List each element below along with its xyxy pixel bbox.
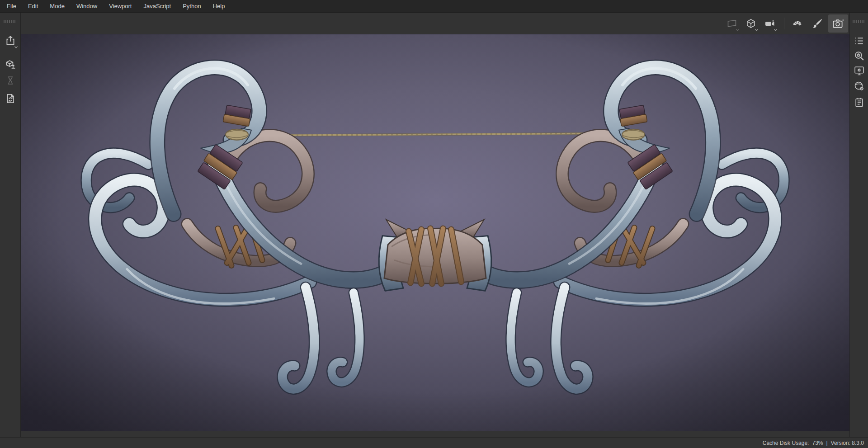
- cache-usage-label: Cache Disk Usage:: [763, 440, 809, 446]
- list-icon: [854, 35, 865, 47]
- menu-edit[interactable]: Edit: [22, 0, 44, 12]
- chevron-down-icon: [14, 46, 18, 49]
- menu-python[interactable]: Python: [177, 0, 207, 12]
- viewport-vignette: [21, 34, 849, 431]
- menu-mode[interactable]: Mode: [44, 0, 71, 12]
- cube-icon: [745, 18, 756, 29]
- chevron-down-icon: [755, 28, 759, 32]
- status-separator: |: [826, 440, 827, 446]
- menu-bar: File Edit Mode Window Viewport JavaScrip…: [0, 0, 868, 13]
- viewer-settings-button[interactable]: [851, 47, 867, 64]
- toolbar-separator: [784, 18, 784, 29]
- menu-file[interactable]: File: [1, 0, 22, 12]
- export-textures-button[interactable]: [2, 33, 19, 49]
- magnifier-gear-icon: [854, 50, 865, 61]
- monitor-gear-icon: [854, 65, 865, 76]
- painting-mode-button[interactable]: [809, 15, 826, 32]
- notepad-log-icon: [854, 97, 865, 108]
- asset-box-person-icon: [5, 58, 16, 70]
- viewport-scene: [21, 34, 849, 431]
- menu-help[interactable]: Help: [207, 0, 231, 12]
- viewport-3d[interactable]: [21, 34, 849, 431]
- chevron-down-icon: [774, 28, 778, 32]
- document-refresh-icon: [5, 93, 16, 104]
- menu-javascript[interactable]: JavaScript: [137, 0, 177, 12]
- renderer-settings-button[interactable]: [851, 33, 867, 49]
- dock-grip-handle[interactable]: [853, 20, 865, 23]
- baking-mode-button[interactable]: [790, 15, 807, 32]
- rendering-mode-button[interactable]: [828, 14, 848, 33]
- toolbar-grip-handle[interactable]: [4, 20, 16, 23]
- hourglass-icon: [5, 75, 16, 86]
- pending-operations-button[interactable]: [2, 72, 19, 89]
- top-toolbar-right-group: [724, 14, 849, 33]
- mesh-display-button[interactable]: [743, 15, 759, 32]
- publish-asset-button[interactable]: [2, 56, 19, 72]
- camera-projection-button[interactable]: [724, 15, 740, 32]
- menu-viewport[interactable]: Viewport: [103, 0, 137, 12]
- cache-usage-value: 73%: [812, 440, 823, 446]
- menu-window[interactable]: Window: [71, 0, 103, 12]
- export-icon: [5, 35, 16, 47]
- projection-plane-icon: [726, 18, 737, 29]
- left-toolbar: [0, 13, 21, 437]
- brush-icon: [811, 18, 823, 29]
- reload-resources-button[interactable]: [2, 90, 19, 107]
- version-text: Version: 8.3.0: [831, 440, 864, 446]
- video-camera-icon: [764, 18, 776, 29]
- right-dock: [849, 13, 868, 437]
- log-button[interactable]: [851, 94, 867, 110]
- shader-settings-button[interactable]: [851, 78, 867, 94]
- status-bar: Cache Disk Usage: 73% | Version: 8.3.0: [0, 437, 868, 448]
- camera-selector-button[interactable]: [762, 15, 778, 32]
- chevron-down-icon: [736, 28, 740, 32]
- display-settings-button[interactable]: [851, 62, 867, 79]
- top-toolbar: [21, 13, 849, 34]
- photo-camera-icon: [832, 18, 844, 29]
- sphere-gear-icon: [854, 80, 865, 92]
- croissant-bake-icon: [793, 18, 804, 29]
